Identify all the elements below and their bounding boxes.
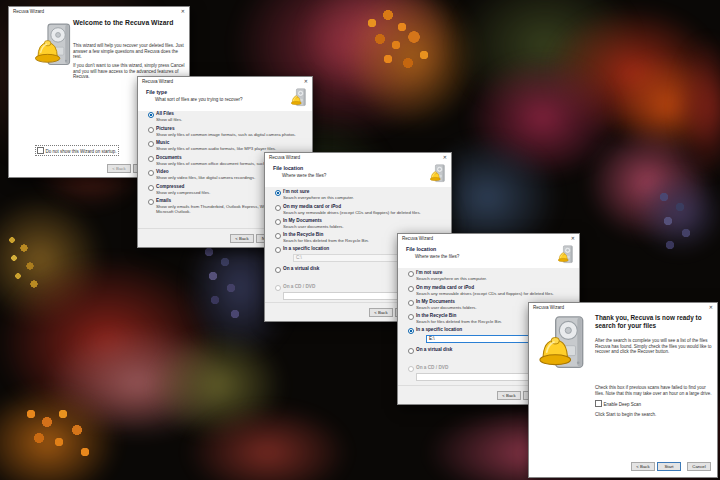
radio-icon[interactable] — [408, 328, 414, 334]
radio-icon[interactable] — [275, 219, 281, 225]
radio-icon[interactable] — [148, 185, 154, 191]
radio-desc: Search user documents folders. — [283, 224, 439, 229]
close-icon[interactable]: ✕ — [571, 235, 575, 242]
radio-icon[interactable] — [148, 170, 154, 176]
cancel-button[interactable]: Cancel — [687, 462, 711, 471]
window-title: Recuva Wizard — [402, 236, 433, 241]
wallpaper-berry-cluster — [0, 230, 50, 300]
radio-icon[interactable] — [275, 247, 281, 253]
recuva-logo-icon — [539, 316, 585, 370]
wallpaper-berry-cluster — [350, 5, 450, 85]
radio-option-media-card[interactable]: On my media card or iPod Search any remo… — [408, 285, 567, 296]
header-title: File location — [273, 165, 303, 171]
radio-icon[interactable] — [408, 314, 414, 320]
radio-icon[interactable] — [408, 300, 414, 306]
titlebar[interactable]: Recuva Wizard ✕ — [9, 7, 189, 16]
radio-icon[interactable] — [275, 205, 281, 211]
radio-icon[interactable] — [275, 285, 281, 291]
radio-desc: Show only files of common audio formats,… — [156, 146, 300, 151]
checkbox-icon[interactable] — [595, 400, 602, 407]
wizard-header: File location Where were the files? — [265, 162, 451, 188]
window-title: Recuva Wizard — [269, 155, 300, 160]
page-title: Welcome to the Recuva Wizard — [73, 19, 173, 26]
startup-checkbox-row[interactable]: Do not show this Wizard on startup. — [37, 147, 117, 154]
titlebar[interactable]: Recuva Wizard ✕ — [265, 153, 451, 162]
radio-icon[interactable] — [408, 366, 414, 372]
radio-option-not-sure[interactable]: I'm not sure Search everywhere on this c… — [408, 270, 567, 281]
radio-desc: Show only files of common image formats,… — [156, 132, 300, 137]
wizard-header: File type What sort of files are you try… — [138, 86, 312, 112]
radio-icon[interactable] — [148, 156, 154, 162]
wizard-header: File location Where were the files? — [398, 243, 579, 269]
radio-icon[interactable] — [408, 271, 414, 277]
close-icon[interactable]: ✕ — [304, 78, 308, 85]
radio-desc: Search any removable drives (except CDs … — [283, 210, 439, 215]
radio-icon[interactable] — [148, 127, 154, 133]
radio-option-all-files[interactable]: All Files Show all files. — [148, 111, 300, 122]
radio-desc: Search any removable drives (except CDs … — [416, 291, 567, 296]
window-title: Recuva Wizard — [13, 9, 44, 14]
welcome-paragraph-1: This wizard will help you recover your d… — [73, 43, 185, 60]
wallpaper-grape-cluster — [650, 185, 705, 255]
radio-icon[interactable] — [148, 199, 154, 205]
checkbox-label: Do not show this Wizard on startup. — [46, 149, 117, 154]
page-title: Thank you, Recuva is now ready to search… — [595, 314, 713, 329]
start-button[interactable]: Start — [657, 462, 681, 471]
radio-option-not-sure[interactable]: I'm not sure Search everywhere on this c… — [275, 189, 439, 200]
radio-option-media-card[interactable]: On my media card or iPod Search any remo… — [275, 204, 439, 215]
titlebar[interactable]: Recuva Wizard ✕ — [529, 303, 717, 312]
recuva-logo-icon — [35, 20, 71, 70]
recuva-logo-icon — [558, 245, 573, 264]
recuva-logo-icon — [430, 164, 445, 183]
radio-option-my-documents[interactable]: In My Documents Search user documents fo… — [275, 218, 439, 229]
ready-paragraph-1: After the search is complete you will se… — [595, 338, 712, 355]
checkbox-icon[interactable] — [37, 147, 44, 154]
header-title: File type — [146, 89, 167, 95]
radio-icon[interactable] — [408, 348, 414, 354]
radio-icon[interactable] — [148, 112, 154, 118]
back-button[interactable]: < Back — [497, 391, 521, 400]
header-subtitle: What sort of files are you trying to rec… — [155, 97, 243, 102]
ready-paragraph-2: Check this box if previous scans have fa… — [595, 385, 714, 396]
close-icon[interactable]: ✕ — [709, 304, 713, 311]
header-subtitle: Where were the files? — [282, 173, 326, 178]
back-button[interactable]: < Back — [369, 308, 393, 317]
back-button[interactable]: < Back — [230, 234, 254, 243]
radio-desc: Show all files. — [156, 117, 300, 122]
window-title: Recuva Wizard — [142, 79, 173, 84]
back-button[interactable]: < Back — [631, 462, 655, 471]
window-title: Recuva Wizard — [533, 305, 564, 310]
radio-icon[interactable] — [275, 190, 281, 196]
radio-desc: Search everywhere on this computer. — [416, 276, 567, 281]
ready-paragraph-3: Click Start to begin the search. — [595, 412, 714, 418]
header-title: File location — [406, 246, 436, 252]
recuva-logo-icon — [291, 88, 306, 107]
wallpaper-grape-cluster — [195, 240, 250, 330]
radio-icon[interactable] — [275, 233, 281, 239]
back-button[interactable]: < Back — [107, 164, 131, 173]
close-icon[interactable]: ✕ — [181, 8, 185, 15]
close-icon[interactable]: ✕ — [443, 154, 447, 161]
radio-option-pictures[interactable]: Pictures Show only files of common image… — [148, 126, 300, 137]
titlebar[interactable]: Recuva Wizard ✕ — [398, 234, 579, 243]
header-subtitle: Where were the files? — [415, 254, 459, 259]
checkbox-label: Enable Deep Scan — [604, 402, 642, 407]
radio-icon[interactable] — [408, 286, 414, 292]
radio-icon[interactable] — [148, 141, 154, 147]
radio-icon[interactable] — [275, 267, 281, 273]
window-ready: Recuva Wizard ✕ Thank you, Recuva is now… — [528, 302, 718, 478]
titlebar[interactable]: Recuva Wizard ✕ — [138, 77, 312, 86]
wallpaper-berry-cluster — [15, 400, 105, 470]
radio-option-music[interactable]: Music Show only files of common audio fo… — [148, 140, 300, 151]
deep-scan-checkbox-row[interactable]: Enable Deep Scan — [595, 400, 641, 407]
radio-desc: Search everywhere on this computer. — [283, 195, 439, 200]
